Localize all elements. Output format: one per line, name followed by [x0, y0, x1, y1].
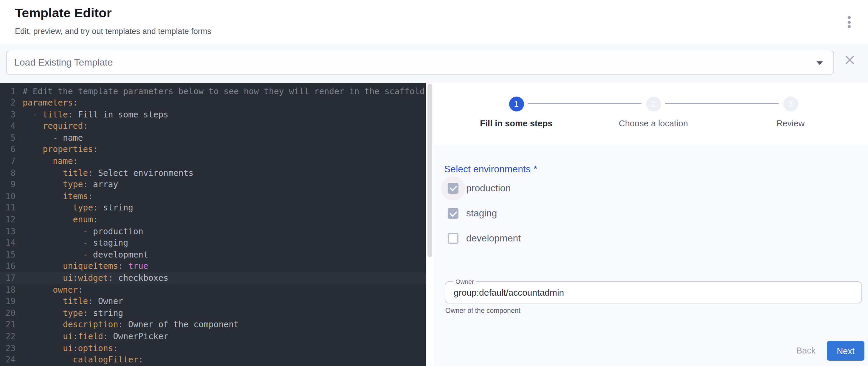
line-number: 10	[0, 191, 16, 202]
clear-template-button[interactable]	[843, 53, 856, 66]
code-text: title: Select environments	[23, 167, 193, 179]
code-text: required:	[23, 121, 88, 132]
stepper: 1Fill in some steps2Choose a location3Re…	[433, 83, 868, 146]
owner-field: Owner	[445, 281, 862, 303]
step-3-circle: 3	[783, 96, 798, 111]
code-line: 13 - production	[0, 225, 426, 237]
code-lines: 1# Edit the template parameters below to…	[0, 86, 426, 366]
editor-scrollbar-thumb[interactable]	[427, 84, 432, 257]
code-line: 4 required:	[0, 121, 426, 132]
code-text: name:	[23, 156, 78, 167]
step-2-label: Choose a location	[588, 119, 719, 128]
code-text: uniqueItems: true	[23, 261, 148, 272]
code-text: - production	[23, 225, 144, 237]
line-number: 23	[0, 342, 16, 354]
code-line: 15 - development	[0, 249, 426, 261]
page-subtitle: Edit, preview, and try out templates and…	[15, 27, 211, 36]
page-header: Template Editor Edit, preview, and try o…	[0, 0, 868, 45]
code-text: - name	[23, 132, 83, 144]
step-form: Select environments* productionstagingde…	[433, 146, 868, 366]
checkbox-label: staging	[466, 208, 497, 219]
code-line: 2parameters:	[0, 97, 426, 109]
load-template-section: Load Existing Template	[0, 45, 868, 83]
code-text: owner:	[23, 284, 83, 296]
line-number: 13	[0, 225, 16, 237]
step-1-circle: 1	[509, 96, 524, 111]
code-text: - staging	[23, 237, 128, 249]
code-text: enum:	[23, 214, 98, 225]
line-number: 22	[0, 331, 16, 342]
checkbox-development[interactable]	[448, 233, 459, 244]
code-line: 16 uniqueItems: true	[0, 261, 426, 272]
code-text: - development	[23, 249, 148, 261]
line-number: 11	[0, 202, 16, 214]
line-number: 4	[0, 121, 16, 132]
step-connector	[665, 103, 779, 104]
step-2-circle: 2	[646, 96, 661, 111]
code-line: 12 enum:	[0, 214, 426, 225]
close-icon	[845, 55, 854, 64]
checkbox-row-production[interactable]: production	[448, 183, 510, 193]
load-existing-template-select[interactable]: Load Existing Template	[6, 51, 834, 74]
code-line: 19 title: Owner	[0, 296, 426, 307]
code-line: 10 items:	[0, 191, 426, 202]
line-number: 14	[0, 237, 16, 249]
code-line: 20 type: string	[0, 308, 426, 319]
line-number: 15	[0, 249, 16, 261]
line-number: 12	[0, 214, 16, 225]
page-title: Template Editor	[15, 6, 112, 21]
code-text: type: string	[23, 308, 123, 319]
line-number: 7	[0, 156, 16, 167]
owner-input[interactable]	[454, 282, 853, 303]
code-text: ui:widget: checkboxes	[23, 272, 168, 284]
code-line: 14 - staging	[0, 237, 426, 249]
checkbox-row-development[interactable]: development	[448, 233, 521, 244]
back-button[interactable]: Back	[791, 346, 821, 355]
code-line: 24 catalogFilter:	[0, 354, 426, 366]
code-line: 5 - name	[0, 132, 426, 144]
line-number: 3	[0, 109, 16, 120]
line-number: 6	[0, 144, 16, 156]
owner-helper-text: Owner of the component	[445, 307, 521, 314]
code-text: properties:	[23, 144, 98, 156]
next-button[interactable]: Next	[827, 341, 864, 361]
line-number: 20	[0, 308, 16, 319]
dropdown-arrow-icon	[817, 61, 823, 65]
line-number: 8	[0, 167, 16, 179]
code-line: 6 properties:	[0, 144, 426, 156]
line-number: 21	[0, 319, 16, 331]
code-text: type: array	[23, 179, 118, 191]
code-line: 1# Edit the template parameters below to…	[0, 86, 426, 97]
checkbox-row-staging[interactable]: staging	[448, 208, 497, 219]
line-number: 19	[0, 296, 16, 307]
code-line: 8 title: Select environments	[0, 167, 426, 179]
code-line: 7 name:	[0, 156, 426, 167]
line-number: 17	[0, 272, 16, 284]
checkbox-staging[interactable]	[448, 208, 459, 219]
checkbox-label: development	[466, 233, 521, 244]
code-text: items:	[23, 191, 93, 202]
select-placeholder: Load Existing Template	[14, 51, 113, 74]
code-text: description: Owner of the component	[23, 319, 239, 331]
code-line: 17 ui:widget: checkboxes	[0, 272, 426, 284]
line-number: 18	[0, 284, 16, 296]
code-line: 23 ui:options:	[0, 342, 426, 354]
code-text: ui:field: OwnerPicker	[23, 331, 168, 342]
line-number: 24	[0, 354, 16, 366]
line-number: 1	[0, 86, 16, 97]
code-line: 3 - title: Fill in some steps	[0, 109, 426, 120]
code-line: 11 type: string	[0, 202, 426, 214]
code-line: 21 description: Owner of the component	[0, 319, 426, 331]
code-line: 22 ui:field: OwnerPicker	[0, 331, 426, 342]
form-preview-panel: 1Fill in some steps2Choose a location3Re…	[433, 83, 868, 366]
line-number: 9	[0, 179, 16, 191]
more-options-button[interactable]	[842, 13, 856, 31]
code-text: title: Owner	[23, 296, 123, 307]
step-1-label: Fill in some steps	[451, 119, 582, 128]
step-3-label: Review	[725, 119, 856, 128]
code-text: - title: Fill in some steps	[23, 109, 168, 120]
checkbox-label: production	[466, 183, 510, 193]
code-text: # Edit the template parameters below to …	[23, 86, 425, 97]
code-editor[interactable]: 1# Edit the template parameters below to…	[0, 83, 426, 366]
checkbox-production[interactable]	[448, 183, 459, 193]
